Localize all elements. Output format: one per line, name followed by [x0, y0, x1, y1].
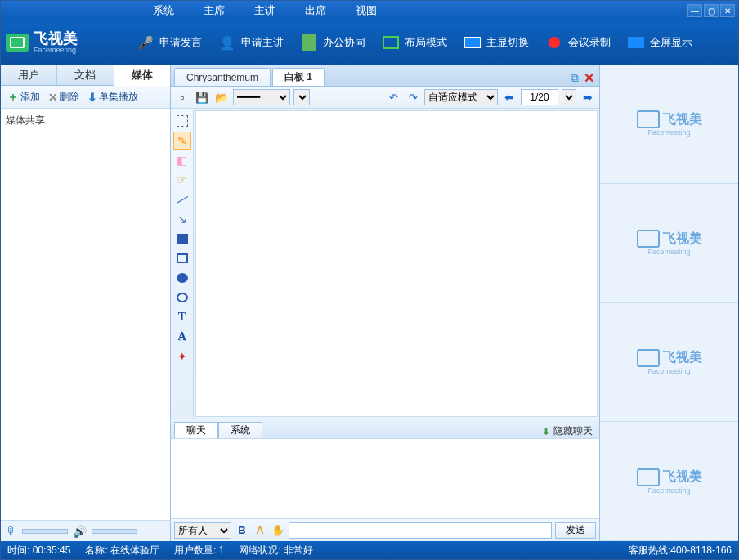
- send-button[interactable]: 发送: [555, 522, 596, 539]
- hand-tool[interactable]: ☞: [173, 171, 191, 189]
- speaker-volume-slider[interactable]: [92, 529, 137, 534]
- left-panel-actions: ＋添加 ✕删除 ⬇单集播放: [1, 86, 170, 109]
- request-speak-button[interactable]: 🎤 申请发言: [128, 29, 210, 56]
- main-switch-button[interactable]: 主显切换: [455, 29, 537, 56]
- left-panel-tabs: 用户 文档 媒体: [1, 65, 170, 86]
- person-icon: 👤: [218, 34, 236, 52]
- status-bar: 时间: 00:35:45 名称: 在线体验厅 用户数量: 1 网络状况: 非常好…: [1, 541, 738, 559]
- rect-tool[interactable]: [173, 249, 191, 267]
- menu-attend[interactable]: 出席: [290, 0, 341, 21]
- record-button[interactable]: 会议录制: [537, 29, 619, 56]
- record-label: 会议录制: [568, 35, 611, 50]
- play-single-button[interactable]: ⬇单集播放: [84, 88, 141, 105]
- color-select[interactable]: [293, 89, 310, 105]
- close-tab-icon[interactable]: ✕: [584, 70, 594, 86]
- rect-fill-tool[interactable]: [173, 230, 191, 248]
- app-window: 系统 主席 主讲 出席 视图 — ▢ ✕ 飞视美 Facemeeting 🎤 申…: [0, 0, 739, 560]
- pen-tool[interactable]: ✎: [173, 132, 191, 150]
- menu-view[interactable]: 视图: [341, 0, 392, 21]
- chat-tab-system[interactable]: 系统: [218, 422, 262, 438]
- chat-input[interactable]: [289, 522, 552, 539]
- save-icon[interactable]: 💾: [194, 89, 210, 105]
- chat-tabs: 聊天 系统 ⬇ 隐藏聊天: [171, 419, 599, 439]
- ellipse-tool[interactable]: [173, 289, 191, 307]
- brand-sub: Facemeeting: [34, 46, 78, 54]
- whiteboard-tools: ✎ ◧ ☞ ↘ T A ✦: [171, 109, 194, 419]
- mic-volume-icon[interactable]: 🎙: [6, 525, 17, 538]
- mic-icon: 🎤: [137, 34, 155, 52]
- video-slot-4[interactable]: 飞视美Facemeeting: [600, 422, 738, 541]
- menu-presenter[interactable]: 主讲: [240, 0, 290, 21]
- request-speak-label: 申请发言: [159, 35, 202, 50]
- page-input[interactable]: [521, 89, 558, 105]
- chat-tab-chat[interactable]: 聊天: [174, 422, 218, 438]
- tab-docs[interactable]: 文档: [57, 65, 114, 85]
- new-doc-icon[interactable]: ▫: [174, 89, 190, 105]
- close-button[interactable]: ✕: [720, 4, 735, 17]
- document-toolbar: ▫ 💾 📂 ━━━━ ↶ ↷ 自适应模式 ⬅ ➡: [171, 86, 599, 109]
- arrow-tool[interactable]: ↘: [173, 210, 191, 228]
- select-tool[interactable]: [173, 112, 191, 130]
- ellipse-fill-tool[interactable]: [173, 269, 191, 287]
- main-switch-label: 主显切换: [486, 35, 529, 50]
- center-panel: Chrysanthemum 白板 1 ⧉ ✕ ▫ 💾 📂 ━━━━ ↶ ↷ 自适…: [171, 65, 599, 541]
- down-arrow-icon: ⬇: [542, 426, 550, 437]
- fullscreen-label: 全屏显示: [650, 35, 692, 50]
- menu-system[interactable]: 系统: [138, 0, 189, 21]
- volume-bar: 🎙 🔊: [1, 520, 170, 541]
- speaker-volume-icon[interactable]: 🔊: [73, 525, 87, 538]
- section-title: 媒体共享: [6, 114, 165, 128]
- download-icon: ⬇: [87, 91, 97, 104]
- chat-target-select[interactable]: 所有人: [174, 522, 231, 539]
- chat-input-row: 所有人 B A ✋ 发送: [171, 518, 599, 541]
- video-slot-1[interactable]: 飞视美Facemeeting: [600, 65, 738, 184]
- text-art-tool[interactable]: A: [173, 328, 191, 346]
- tab-users[interactable]: 用户: [1, 65, 57, 85]
- doc-tab-whiteboard1[interactable]: 白板 1: [272, 68, 325, 86]
- x-icon: ✕: [48, 91, 58, 104]
- line-tool[interactable]: [173, 190, 191, 208]
- popout-icon[interactable]: ⧉: [571, 71, 579, 85]
- menu-bar: 系统 主席 主讲 出席 视图 — ▢ ✕: [1, 1, 738, 20]
- prev-page-icon[interactable]: ⬅: [501, 91, 517, 104]
- mic-volume-slider[interactable]: [22, 529, 68, 534]
- delete-button[interactable]: ✕删除: [45, 88, 83, 105]
- minimize-button[interactable]: —: [687, 4, 702, 17]
- chat-area: 聊天 系统 ⬇ 隐藏聊天 所有人 B A ✋ 发送: [171, 419, 599, 541]
- add-button[interactable]: ＋添加: [4, 88, 43, 106]
- open-icon[interactable]: 📂: [213, 89, 230, 105]
- tab-media[interactable]: 媒体: [114, 65, 170, 86]
- menu-chair[interactable]: 主席: [189, 0, 240, 21]
- office-button[interactable]: 办公协同: [292, 29, 374, 56]
- font-icon[interactable]: A: [253, 523, 267, 538]
- main-area: 用户 文档 媒体 ＋添加 ✕删除 ⬇单集播放 媒体共享 🎙 🔊 Chry: [1, 65, 738, 541]
- bold-icon[interactable]: B: [235, 523, 249, 538]
- request-present-button[interactable]: 👤 申请主讲: [210, 29, 292, 56]
- hide-chat-button[interactable]: ⬇ 隐藏聊天: [535, 424, 599, 438]
- undo-icon[interactable]: ↶: [385, 89, 401, 105]
- doc-tab-chrysanthemum[interactable]: Chrysanthemum: [174, 68, 271, 86]
- camera-icon: [637, 468, 660, 486]
- layout-label: 布局模式: [405, 35, 447, 50]
- redo-icon[interactable]: ↷: [405, 89, 421, 105]
- video-slot-3[interactable]: 飞视美Facemeeting: [600, 303, 738, 423]
- maximize-button[interactable]: ▢: [704, 4, 719, 17]
- laser-tool[interactable]: ✦: [173, 347, 191, 365]
- office-label: 办公协同: [323, 35, 365, 50]
- whiteboard-canvas[interactable]: [195, 110, 598, 417]
- layout-button[interactable]: 布局模式: [374, 29, 455, 56]
- video-panel: 飞视美Facemeeting 飞视美Facemeeting 飞视美Facemee…: [599, 65, 738, 541]
- record-icon: [545, 34, 563, 52]
- camera-icon: [637, 230, 660, 248]
- fit-mode-select[interactable]: 自适应模式: [424, 89, 498, 105]
- emoji-icon[interactable]: ✋: [271, 523, 285, 538]
- video-slot-2[interactable]: 飞视美Facemeeting: [600, 184, 738, 303]
- status-users: 用户数量: 1: [174, 544, 224, 558]
- eraser-tool[interactable]: ◧: [173, 151, 191, 169]
- next-page-icon[interactable]: ➡: [580, 91, 596, 104]
- page-dropdown[interactable]: [562, 89, 576, 105]
- fullscreen-button[interactable]: 全屏显示: [619, 29, 701, 56]
- text-tool[interactable]: T: [173, 308, 191, 326]
- chat-messages[interactable]: [171, 439, 599, 518]
- line-style-select[interactable]: ━━━━: [233, 89, 290, 105]
